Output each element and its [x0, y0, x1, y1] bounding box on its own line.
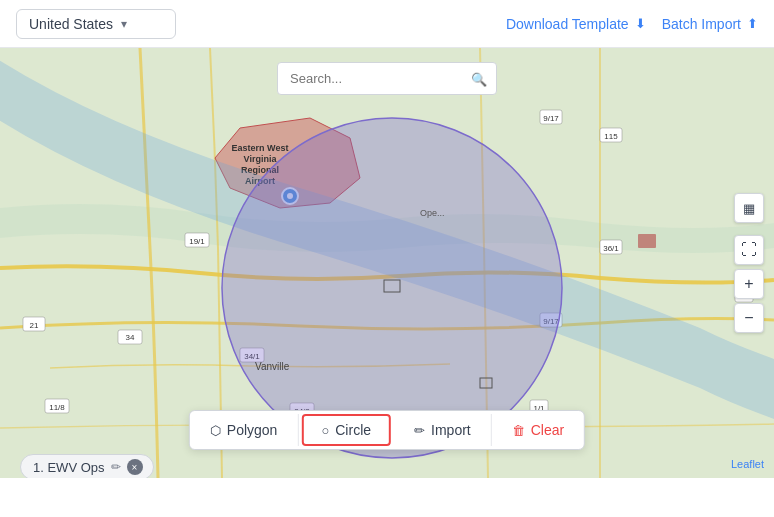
- svg-text:Ope...: Ope...: [420, 208, 445, 218]
- download-template-label: Download Template: [506, 16, 629, 32]
- map-tag: 1. EWV Ops ✏ ×: [20, 454, 154, 478]
- header-left: United States ▾: [16, 9, 176, 39]
- download-template-link[interactable]: Download Template ⬇: [506, 16, 646, 32]
- svg-text:11/8: 11/8: [49, 403, 65, 412]
- layers-button[interactable]: ▦: [734, 193, 764, 223]
- country-select-value: United States: [29, 16, 113, 32]
- map-search: 🔍: [277, 62, 497, 95]
- import-label: Import: [431, 422, 471, 438]
- map-container[interactable]: 21 34 19/1 34/1 34/2 11/8 1/1 36/1 9/17 …: [0, 48, 774, 478]
- circle-button[interactable]: ○ Circle: [301, 414, 391, 446]
- layers-icon: ▦: [743, 201, 755, 216]
- chevron-down-icon: ▾: [121, 17, 127, 31]
- polygon-icon: ⬡: [210, 423, 221, 438]
- header-right: Download Template ⬇ Batch Import ⬆: [506, 16, 758, 32]
- svg-text:19/1: 19/1: [189, 237, 205, 246]
- map-controls: ▦ ⛶ + −: [734, 193, 764, 333]
- svg-rect-36: [638, 234, 656, 248]
- svg-text:21: 21: [30, 321, 39, 330]
- header: United States ▾ Download Template ⬇ Batc…: [0, 0, 774, 48]
- fullscreen-button[interactable]: ⛶: [734, 235, 764, 265]
- clear-label: Clear: [531, 422, 564, 438]
- minus-icon: −: [744, 309, 753, 327]
- tag-close-button[interactable]: ×: [127, 459, 143, 475]
- upload-icon: ⬆: [747, 16, 758, 31]
- country-select[interactable]: United States ▾: [16, 9, 176, 39]
- tag-label: 1. EWV Ops: [33, 460, 105, 475]
- map-toolbar: ⬡ Polygon ○ Circle ✏ Import 🗑 Clear: [189, 410, 585, 450]
- batch-import-link[interactable]: Batch Import ⬆: [662, 16, 758, 32]
- zoom-in-button[interactable]: +: [734, 269, 764, 299]
- svg-text:9/17: 9/17: [543, 114, 559, 123]
- svg-text:115: 115: [604, 132, 618, 141]
- svg-text:36/1: 36/1: [603, 244, 619, 253]
- polygon-button[interactable]: ⬡ Polygon: [190, 414, 299, 446]
- plus-icon: +: [744, 275, 753, 293]
- map-search-input[interactable]: [277, 62, 497, 95]
- svg-text:Vanville: Vanville: [255, 361, 290, 372]
- batch-import-label: Batch Import: [662, 16, 741, 32]
- import-icon: ✏: [414, 423, 425, 438]
- fullscreen-icon: ⛶: [741, 241, 757, 259]
- svg-text:Virginia: Virginia: [244, 154, 278, 164]
- leaflet-attribution: Leaflet: [731, 458, 764, 470]
- tag-edit-icon[interactable]: ✏: [111, 460, 121, 474]
- trash-icon: 🗑: [512, 423, 525, 438]
- polygon-label: Polygon: [227, 422, 278, 438]
- zoom-out-button[interactable]: −: [734, 303, 764, 333]
- clear-button[interactable]: 🗑 Clear: [492, 414, 584, 446]
- download-icon: ⬇: [635, 16, 646, 31]
- svg-point-32: [222, 118, 562, 458]
- circle-icon: ○: [321, 423, 329, 438]
- import-button[interactable]: ✏ Import: [394, 414, 492, 446]
- svg-text:34: 34: [126, 333, 135, 342]
- search-icon: 🔍: [471, 71, 487, 86]
- circle-label: Circle: [335, 422, 371, 438]
- svg-text:Eastern West: Eastern West: [232, 143, 289, 153]
